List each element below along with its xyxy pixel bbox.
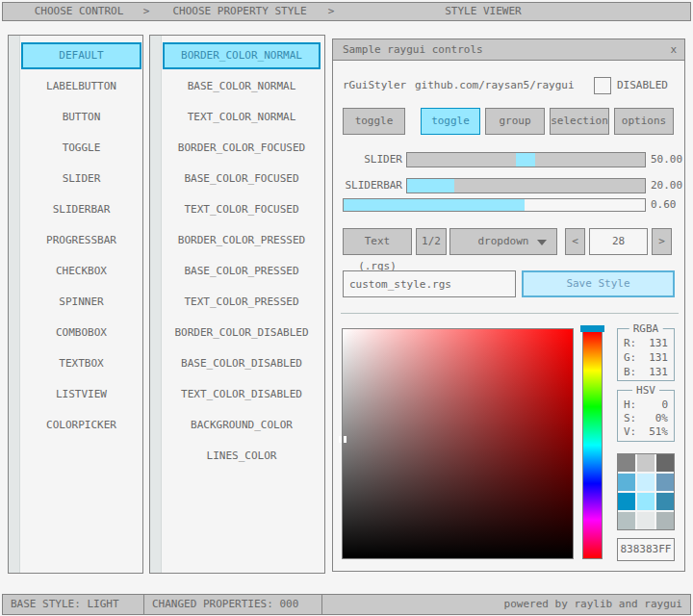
toolbar-section-style-viewer: STYLE VIEWER bbox=[333, 3, 633, 20]
colorpicker-sv-square[interactable] bbox=[342, 328, 574, 559]
top-toolbar: CHOOSE CONTROL > CHOOSE PROPERTY STYLE >… bbox=[2, 2, 691, 21]
list-item-button[interactable]: BUTTON bbox=[21, 104, 141, 131]
style-filename-input[interactable] bbox=[343, 270, 516, 297]
close-icon[interactable]: x bbox=[670, 39, 677, 60]
properties-list-scrollbar[interactable] bbox=[150, 36, 162, 573]
rgba-b-row: B: 131 bbox=[624, 366, 668, 379]
rgba-b-value: 131 bbox=[649, 366, 668, 379]
statusbar-base-style: BASE STYLE: LIGHT bbox=[2, 594, 144, 615]
color-swatch[interactable] bbox=[618, 474, 635, 491]
list-item-text-color-pressed[interactable]: TEXT_COLOR_PRESSED bbox=[163, 289, 321, 316]
list-item-labelbutton[interactable]: LABELBUTTON bbox=[21, 73, 141, 100]
spinner-decrement-button[interactable]: < bbox=[565, 228, 585, 255]
spinner-value-box[interactable]: 28 bbox=[589, 228, 648, 255]
toggle-group-item-options[interactable]: options bbox=[614, 108, 674, 135]
sliderbar[interactable] bbox=[406, 178, 646, 193]
list-item-base-color-disabled[interactable]: BASE_COLOR_DISABLED bbox=[163, 350, 321, 377]
color-swatch[interactable] bbox=[656, 493, 674, 510]
list-item-spinner[interactable]: SPINNER bbox=[21, 289, 141, 316]
list-item-toggle[interactable]: TOGGLE bbox=[21, 135, 141, 162]
hsv-s-label: S: bbox=[624, 412, 636, 424]
sliderbar-fill bbox=[407, 179, 454, 192]
hsv-groupbox: HSV H: 0 S: 0% V: 51% bbox=[617, 390, 675, 442]
color-swatch[interactable] bbox=[637, 493, 654, 510]
color-swatch[interactable] bbox=[656, 474, 674, 491]
list-item-slider[interactable]: SLIDER bbox=[21, 166, 141, 192]
hue-slider-handle[interactable] bbox=[580, 325, 604, 332]
list-item-base-color-pressed[interactable]: BASE_COLOR_PRESSED bbox=[163, 258, 321, 285]
colorpicker-cursor[interactable] bbox=[339, 436, 346, 443]
slider-label: SLIDER bbox=[333, 153, 402, 167]
list-item-listview[interactable]: LISTVIEW bbox=[21, 381, 141, 408]
hsv-v-value: 51% bbox=[649, 425, 668, 439]
color-swatch[interactable] bbox=[637, 454, 654, 472]
toggle-group-item-group[interactable]: group bbox=[485, 108, 545, 135]
rgba-r-value: 131 bbox=[649, 337, 668, 350]
list-item-default[interactable]: DEFAULT bbox=[21, 42, 141, 69]
list-item-text-color-normal[interactable]: TEXT_COLOR_NORMAL bbox=[163, 104, 321, 131]
hsv-h-value: 0 bbox=[661, 398, 668, 412]
rgba-g-row: G: 131 bbox=[624, 351, 668, 365]
color-swatch[interactable] bbox=[618, 493, 635, 510]
slider[interactable] bbox=[406, 152, 646, 167]
list-item-border-color-disabled[interactable]: BORDER_COLOR_DISABLED bbox=[163, 320, 321, 346]
repo-link[interactable]: github.com/raysan5/raygui bbox=[415, 79, 575, 92]
list-item-base-color-normal[interactable]: BASE_COLOR_NORMAL bbox=[163, 73, 321, 100]
list-item-background-color[interactable]: BACKGROUND_COLOR bbox=[163, 412, 321, 439]
list-item-progressbar[interactable]: PROGRESSBAR bbox=[21, 227, 141, 254]
window-titlebar[interactable]: Sample raygui controls x bbox=[333, 39, 684, 61]
controls-list-scrollbar[interactable] bbox=[9, 36, 20, 573]
color-swatch[interactable] bbox=[656, 512, 674, 529]
list-item-border-color-normal[interactable]: BORDER_COLOR_NORMAL bbox=[163, 42, 321, 69]
properties-list-panel: BORDER_COLOR_NORMAL BASE_COLOR_NORMAL TE… bbox=[149, 35, 325, 574]
statusbar-changed-properties: CHANGED PROPERTIES: 000 bbox=[143, 594, 322, 615]
rgba-g-value: 131 bbox=[649, 351, 668, 365]
color-swatch[interactable] bbox=[656, 454, 674, 472]
dropdown-selected-label: dropdown bbox=[478, 235, 529, 247]
list-item-sliderbar[interactable]: SLIDERBAR bbox=[21, 196, 141, 223]
list-item-base-color-focused[interactable]: BASE_COLOR_FOCUSED bbox=[163, 166, 321, 192]
sample-controls-window: Sample raygui controls x rGuiStyler gith… bbox=[332, 38, 685, 572]
toggle-button[interactable]: toggle bbox=[343, 108, 405, 135]
color-swatch[interactable] bbox=[618, 454, 635, 472]
spinner-increment-button[interactable]: > bbox=[652, 228, 672, 255]
rgba-b-label: B: bbox=[624, 366, 636, 378]
divider-line bbox=[341, 313, 679, 314]
disabled-checkbox[interactable] bbox=[594, 77, 611, 94]
disabled-checkbox-label: DISABLED bbox=[617, 79, 668, 92]
save-style-button[interactable]: Save Style bbox=[522, 270, 675, 297]
progressbar-fill bbox=[344, 199, 525, 211]
window-title: Sample raygui controls bbox=[343, 39, 483, 60]
color-swatch[interactable] bbox=[618, 512, 635, 529]
rgba-groupbox: RGBA R: 131 G: 131 B: 131 bbox=[617, 328, 675, 381]
colorpicker-hue-bar[interactable] bbox=[582, 331, 603, 559]
toggle-group-item-toggle[interactable]: toggle bbox=[421, 108, 480, 135]
color-swatch[interactable] bbox=[637, 474, 654, 491]
list-item-colorpicker[interactable]: COLORPICKER bbox=[21, 412, 141, 439]
hsv-h-row: H: 0 bbox=[624, 398, 668, 412]
list-item-combobox[interactable]: COMBOBOX bbox=[21, 320, 141, 346]
hsv-h-label: H: bbox=[624, 398, 636, 411]
list-item-textbox[interactable]: TEXTBOX bbox=[21, 350, 141, 377]
list-item-lines-color[interactable]: LINES_COLOR bbox=[163, 443, 321, 470]
sliderbar-label: SLIDERBAR bbox=[333, 179, 402, 192]
hsv-v-label: V: bbox=[624, 425, 636, 438]
rgba-g-label: G: bbox=[624, 351, 636, 364]
slider-value: 50.00 bbox=[651, 153, 682, 167]
list-item-text-color-disabled[interactable]: TEXT_COLOR_DISABLED bbox=[163, 381, 321, 408]
text-rgs-button[interactable]: Text (.rgs) bbox=[343, 228, 412, 255]
list-item-border-color-pressed[interactable]: BORDER_COLOR_PRESSED bbox=[163, 227, 321, 254]
rgba-groupbox-title: RGBA bbox=[629, 322, 663, 335]
slider-thumb[interactable] bbox=[516, 153, 535, 167]
half-toggle-button[interactable]: 1/2 bbox=[416, 228, 447, 255]
app-name-label: rGuiStyler bbox=[343, 79, 406, 92]
dropdown[interactable]: dropdown bbox=[449, 228, 557, 255]
color-swatch[interactable] bbox=[637, 512, 654, 529]
list-item-checkbox[interactable]: CHECKBOX bbox=[21, 258, 141, 285]
toolbar-section-choose-control: CHOOSE CONTROL bbox=[9, 3, 149, 20]
toolbar-section-choose-property: CHOOSE PROPERTY STYLE bbox=[150, 3, 329, 20]
list-item-border-color-focused[interactable]: BORDER_COLOR_FOCUSED bbox=[163, 135, 321, 162]
toggle-group-item-selection[interactable]: selection bbox=[550, 108, 609, 135]
list-item-text-color-focused[interactable]: TEXT_COLOR_FOCUSED bbox=[163, 196, 321, 223]
hex-color-value-box[interactable]: 838383FF bbox=[617, 538, 675, 561]
